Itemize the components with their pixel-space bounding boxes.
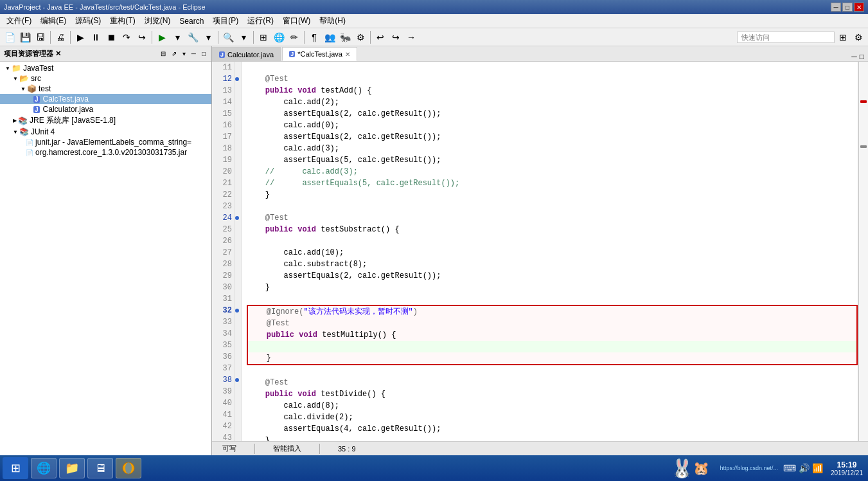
tab-calculator[interactable]: J Calculator.java: [212, 47, 281, 61]
search-btn[interactable]: 🔍: [221, 30, 235, 44]
menu-window[interactable]: 窗口(W): [279, 14, 314, 28]
tree-item-junit[interactable]: ▼ 📚 JUnit 4: [0, 127, 211, 137]
debug-button[interactable]: ▶: [73, 30, 87, 44]
tree-item-hamcrest[interactable]: ▶ 📄 org.hamcrest.core_1.3.0.v20130303173…: [0, 147, 211, 158]
tree-item-jre[interactable]: ▶ 📚 JRE 系统库 [JavaSE-1.8]: [0, 114, 211, 127]
settings-btn[interactable]: ⚙: [851, 30, 865, 44]
deploy-btn[interactable]: ⚙: [353, 30, 368, 44]
redo-btn[interactable]: ↪: [389, 30, 403, 44]
tab-calctest-icon: J: [289, 51, 295, 57]
ln-14: 14: [212, 96, 232, 108]
search-dropdown[interactable]: ▾: [236, 30, 251, 44]
print-button[interactable]: 🖨: [53, 30, 67, 44]
close-button[interactable]: ✕: [854, 3, 864, 12]
collapse-all-btn[interactable]: ⊟: [159, 50, 168, 58]
tab-calctest[interactable]: J *CalcTest.java ✕: [282, 47, 357, 61]
code-line-40: calc.add(8);: [247, 400, 858, 412]
tools-dropdown[interactable]: ▾: [201, 30, 215, 44]
editor-max-btn[interactable]: □: [860, 52, 864, 61]
ln-30: 30: [212, 282, 232, 293]
editor-tabs: J Calculator.java J *CalcTest.java ✕ ─ □: [212, 46, 868, 62]
ln-16: 16: [212, 120, 232, 131]
toolbar-separator-6: [304, 31, 305, 44]
tree-item-calculator[interactable]: ▶ J Calculator.java: [0, 104, 211, 114]
url-hint: https://blog.csdn.net/...: [720, 465, 778, 471]
min-btn[interactable]: ─: [190, 50, 198, 58]
ln-39: 39: [212, 386, 232, 397]
menu-help[interactable]: 帮助(H): [315, 14, 350, 28]
menu-navigate[interactable]: 浏览(N): [141, 14, 175, 28]
tree-label-jre: JRE 系统库 [JavaSE-1.8]: [30, 115, 116, 126]
perspective-btn[interactable]: ⊞: [256, 30, 270, 44]
new-button[interactable]: 📄: [3, 30, 17, 44]
start-button[interactable]: ⊞: [3, 457, 28, 479]
ln-21: 21: [212, 177, 232, 189]
code-editor: 11 12 13 14 15 16 17 18 19 20 21 22 23 2…: [212, 62, 868, 441]
ln-13: 13: [212, 85, 232, 96]
menu-search[interactable]: Search: [175, 15, 208, 27]
tree-item-test[interactable]: ▼ 📦 test: [0, 84, 211, 94]
pause-button[interactable]: ⏸: [89, 30, 103, 44]
undo-btn[interactable]: ↩: [373, 30, 387, 44]
mascot-friend: 🐹: [693, 460, 709, 476]
external-tools[interactable]: 🔧: [186, 30, 200, 44]
tree-item-junit-jar[interactable]: ▶ 📄 junit.jar - JavaElementLabels_comma_…: [0, 137, 211, 147]
save-button[interactable]: 💾: [18, 30, 32, 44]
format-btn[interactable]: ¶: [307, 30, 321, 44]
toolbar: 📄 💾 🖫 🖨 ▶ ⏸ ⏹ ↷ ↪ ▶ ▾ 🔧 ▾ 🔍 ▾ ⊞ 🌐 ✏ ¶ 👥 …: [0, 28, 868, 46]
tree-item-src[interactable]: ▼ 📂 src: [0, 73, 211, 84]
grid-btn[interactable]: ⊞: [836, 30, 850, 44]
taskbar-eclipse[interactable]: [116, 458, 141, 478]
editor-min-btn[interactable]: ─: [851, 52, 857, 61]
tree-item-javatest[interactable]: ▼ 📁 JavaTest: [0, 63, 211, 73]
menu-run[interactable]: 运行(R): [244, 14, 278, 28]
collab-btn[interactable]: 👥: [323, 30, 337, 44]
tree-item-calctest[interactable]: ▶ J CalcTest.java: [0, 94, 211, 104]
quick-access-input[interactable]: [737, 32, 835, 43]
taskbar-explorer[interactable]: 📁: [59, 458, 85, 478]
forward-btn[interactable]: →: [404, 30, 418, 44]
ln-27: 27: [212, 247, 232, 259]
step-into[interactable]: ↪: [135, 30, 149, 44]
maximize-button[interactable]: □: [842, 3, 853, 12]
step-over[interactable]: ↷: [120, 30, 134, 44]
ln-22: 22: [212, 189, 232, 201]
mascot-bunny[interactable]: 🐰: [671, 458, 693, 479]
ln-18: 18: [212, 143, 232, 154]
code-line-39: public void testDivide() {: [247, 388, 858, 400]
tray-keyboard[interactable]: ⌨: [783, 463, 796, 473]
menu-file[interactable]: 文件(F): [3, 14, 35, 28]
stop-button[interactable]: ⏹: [104, 30, 118, 44]
menu-refactor[interactable]: 重构(T): [106, 14, 139, 28]
menu-source[interactable]: 源码(S): [71, 14, 105, 28]
link-btn[interactable]: ⇗: [170, 50, 179, 58]
tree-label-src: src: [31, 74, 41, 83]
save-all-button[interactable]: 🖫: [33, 30, 48, 44]
ant-btn[interactable]: 🐜: [338, 30, 352, 44]
code-content[interactable]: @Test public void testAdd() { calc.add(2…: [242, 62, 858, 441]
menu-project[interactable]: 项目(P): [209, 14, 242, 28]
status-bar: 可写 智能插入 35 : 9: [212, 441, 868, 455]
tray-volume[interactable]: 🔊: [799, 463, 810, 473]
clock[interactable]: 15:19 2019/12/21: [828, 460, 865, 476]
sys-tray: ⌨ 🔊 📶: [783, 463, 823, 473]
right-gutter[interactable]: [858, 62, 868, 441]
editor-area: J Calculator.java J *CalcTest.java ✕ ─ □…: [212, 46, 868, 455]
more-btn[interactable]: ✏: [287, 30, 301, 44]
run-dropdown[interactable]: ▾: [170, 30, 184, 44]
tree-label-junit: JUnit 4: [31, 127, 55, 136]
max-btn[interactable]: □: [200, 50, 208, 58]
minimize-button[interactable]: ─: [831, 3, 841, 12]
ln-25: 25: [212, 224, 232, 235]
web-btn[interactable]: 🌐: [272, 30, 286, 44]
code-line-37: [247, 365, 858, 377]
tab-close-icon[interactable]: ✕: [345, 51, 350, 58]
taskbar-desktop[interactable]: 🖥: [87, 458, 113, 478]
view-menu-btn[interactable]: ▾: [181, 50, 188, 58]
run-button[interactable]: ▶: [155, 30, 169, 44]
taskbar-ie[interactable]: 🌐: [31, 458, 57, 478]
code-line-21: // assertEquals(5, calc.getResult());: [247, 177, 858, 189]
tray-network[interactable]: 📶: [812, 463, 823, 473]
menu-edit[interactable]: 编辑(E): [37, 14, 70, 28]
tree-label-test: test: [39, 84, 51, 93]
